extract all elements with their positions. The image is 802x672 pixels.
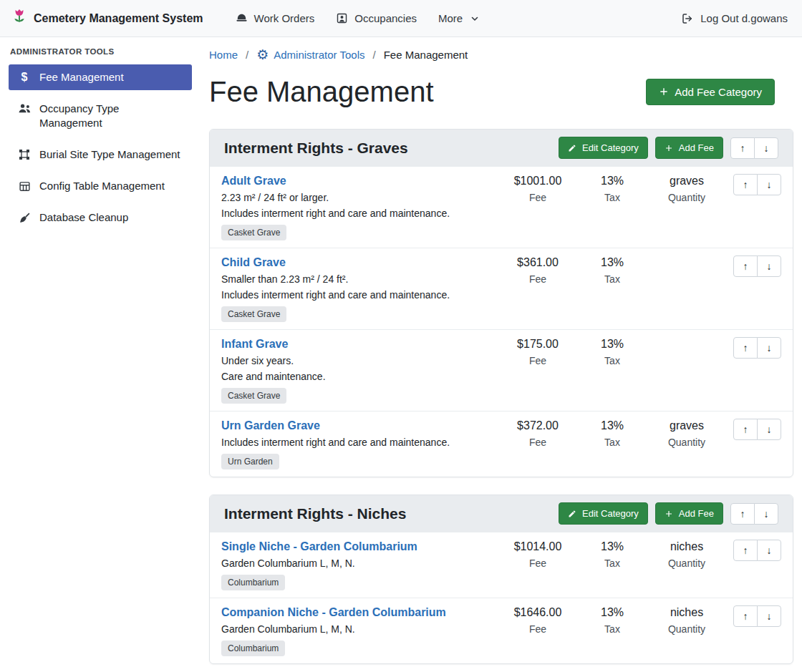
fee-info: Infant Grave Under six years. Care and m… [221,337,501,404]
fee-quantity-col [649,337,724,404]
fee-info: Single Niche - Garden Columbarium Garden… [221,540,501,590]
add-fee-category-button[interactable]: Add Fee Category [646,79,775,105]
move-fee-up-button[interactable]: ↑ [733,174,758,195]
arrow-up-icon: ↑ [743,179,748,190]
breadcrumb-separator: / [246,49,248,61]
move-fee-up-button[interactable]: ↑ [733,255,758,277]
chevron-down-icon [470,14,479,23]
breadcrumb-home-label: Home [209,49,238,61]
edit-category-button[interactable]: Edit Category [559,137,648,159]
fee-name-link[interactable]: Infant Grave [221,337,288,351]
arrow-up-icon: ↑ [743,424,748,435]
add-fee-button[interactable]: Add Fee [655,137,723,159]
sidebar-item-label: Config Table Management [39,179,165,193]
move-fee-down-button[interactable]: ↓ [757,174,781,195]
fee-quantity-label: Quantity [649,557,724,569]
move-fee-down-button[interactable]: ↓ [757,419,781,440]
top-navbar: Cemetery Management System Work Orders O… [0,0,802,37]
move-category-down-button[interactable]: ↓ [754,137,778,159]
broom-icon [17,212,32,224]
fee-name-link[interactable]: Child Grave [221,255,286,270]
fee-amount-col: $1014.00 Fee [501,540,575,590]
move-category-down-button[interactable]: ↓ [754,503,778,525]
app-title: Cemetery Management System [34,12,203,25]
fee-info: Companion Niche - Garden Columbarium Gar… [221,605,501,656]
fee-quantity: graves [649,174,724,188]
fee-tax: 13% [575,540,649,554]
move-fee-down-button[interactable]: ↓ [757,255,781,277]
fee-amount-col: $372.00 Fee [501,419,575,469]
vector-square-icon [17,149,32,160]
move-fee-up-button[interactable]: ↑ [733,337,758,359]
app-brand[interactable]: Cemetery Management System [11,9,203,28]
fee-reorder-group: ↑ ↓ [733,255,781,277]
fee-name-link[interactable]: Adult Grave [221,174,286,188]
fee-amount-col: $361.00 Fee [501,255,575,322]
move-category-up-button[interactable]: ↑ [730,503,755,525]
move-category-up-button[interactable]: ↑ [730,137,755,159]
nav-work-orders-label: Work Orders [254,12,315,24]
fee-reorder-group: ↑ ↓ [733,540,781,561]
fee-amount: $175.00 [501,337,575,351]
nav-occupancies-label: Occupancies [354,12,417,24]
fee-quantity-col [649,255,724,322]
arrow-up-icon: ↑ [743,342,748,354]
admin-sidebar: ADMINISTRATOR TOOLS $ Fee Management Occ… [0,37,200,672]
fee-name-link[interactable]: Single Niche - Garden Columbarium [221,540,417,554]
plus-icon [659,87,669,97]
move-fee-up-button[interactable]: ↑ [733,540,758,561]
nav-work-orders[interactable]: Work Orders [236,12,315,24]
sidebar-heading: ADMINISTRATOR TOOLS [9,46,192,64]
breadcrumb-home-link[interactable]: Home [209,49,238,61]
arrow-down-icon: ↓ [767,545,772,556]
logout-link[interactable]: Log Out d.gowans [681,12,788,25]
users-icon [17,103,32,114]
add-fee-label: Add Fee [679,508,714,519]
nav-occupancies[interactable]: Occupancies [336,12,417,24]
fee-reorder-group: ↑ ↓ [733,337,781,359]
sidebar-item-label: Fee Management [39,70,124,84]
sidebar-item-config-table-management[interactable]: Config Table Management [9,173,192,199]
move-fee-up-button[interactable]: ↑ [733,605,758,627]
fee-row: Child Grave Smaller than 2.23 m² / 24 ft… [210,248,793,329]
fee-tax-col: 13% Tax [575,419,649,469]
fee-quantity: graves [649,419,724,433]
edit-category-button[interactable]: Edit Category [559,502,648,525]
edit-category-label: Edit Category [582,508,639,519]
fee-name-link[interactable]: Urn Garden Grave [221,419,320,433]
fee-tax: 13% [575,337,649,351]
move-fee-down-button[interactable]: ↓ [757,337,781,359]
fee-description: 2.23 m² / 24 ft² or larger. [221,192,495,204]
fee-amount-col: $1646.00 Fee [501,605,575,656]
pencil-icon [568,510,576,518]
fee-tax-label: Tax [575,273,649,285]
fee-amount: $1001.00 [501,174,575,188]
add-fee-button[interactable]: Add Fee [655,502,723,525]
fee-tax-label: Tax [575,355,649,366]
move-fee-up-button[interactable]: ↑ [733,419,758,440]
fee-tax: 13% [575,174,649,188]
sidebar-item-fee-management[interactable]: $ Fee Management [9,64,192,90]
fee-amount-label: Fee [501,623,575,635]
fee-name-link[interactable]: Companion Niche - Garden Columbarium [221,605,446,620]
arrow-up-icon: ↑ [743,260,748,272]
sidebar-item-burial-site-type-management[interactable]: Burial Site Type Management [9,142,192,167]
category-title: Interment Rights - Graves [224,140,559,157]
category-header: Interment Rights - Graves Edit Category … [210,130,793,166]
move-fee-down-button[interactable]: ↓ [757,605,781,627]
sidebar-item-occupancy-type-management[interactable]: Occupancy Type Management [9,96,192,136]
sidebar-item-database-cleanup[interactable]: Database Cleanup [9,205,192,230]
move-fee-down-button[interactable]: ↓ [757,540,781,561]
fee-tag: Casket Grave [221,388,286,404]
category-reorder-group: ↑ ↓ [730,137,778,159]
fee-tax-col: 13% Tax [575,540,649,590]
fee-reorder-group: ↑ ↓ [733,605,781,627]
fee-quantity-col: graves Quantity [649,419,724,469]
nav-more[interactable]: More [438,12,479,24]
fee-amount-label: Fee [501,192,575,203]
breadcrumb-admin-tools-link[interactable]: ⚙ Administrator Tools [256,48,364,62]
fee-amount-label: Fee [501,273,575,285]
fee-reorder-group: ↑ ↓ [733,174,781,195]
fee-row: Single Niche - Garden Columbarium Garden… [210,532,793,598]
fee-tax-col: 13% Tax [575,605,649,656]
